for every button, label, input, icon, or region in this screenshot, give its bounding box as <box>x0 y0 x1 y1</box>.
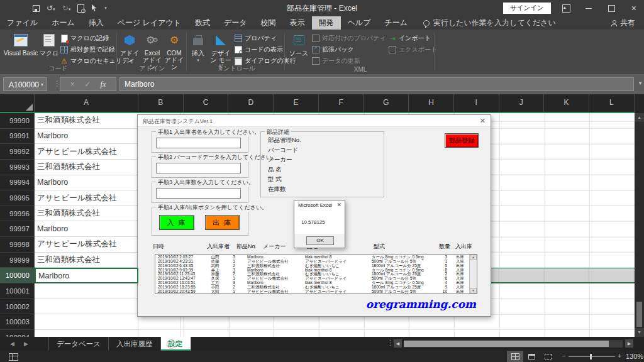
zoom-slider-thumb[interactable] <box>590 354 592 359</box>
restore-button[interactable] <box>608 5 615 12</box>
step3-input[interactable] <box>156 188 241 199</box>
list-item[interactable]: 2019/10/02 18:23:55小田2三和酒類株式会社むぎ焼酎 いいちこ1… <box>155 285 469 290</box>
column-header[interactable]: E <box>274 94 319 112</box>
formula-input[interactable]: Marlboro <box>119 77 634 91</box>
cell[interactable] <box>35 314 138 330</box>
formula-bar-expand-icon[interactable]: ▾ <box>639 80 641 86</box>
cell[interactable] <box>35 283 138 299</box>
zoom-in-icon[interactable]: + <box>618 352 621 359</box>
name-box-dropdown-icon[interactable]: ▾ <box>41 78 43 92</box>
listbox-scrollbar[interactable]: ▲ ▼ <box>469 255 477 293</box>
new-sheet-icon[interactable]: + <box>167 339 176 349</box>
cell[interactable]: Marlboro <box>35 175 138 191</box>
hscroll-left-icon[interactable]: ◀ <box>394 339 402 348</box>
cell[interactable]: 三和酒類株式会社 <box>35 253 138 268</box>
row-header[interactable]: 100002 <box>0 299 35 315</box>
ribbon-tab[interactable]: データ <box>217 16 254 30</box>
horizontal-scroll-thumb[interactable] <box>404 341 609 347</box>
column-header[interactable]: F <box>319 94 364 112</box>
tell-me-search[interactable]: 実行したい作業を入力してください <box>423 16 556 30</box>
list-item[interactable]: 2019/10/02 11:23:43加藤2三和酒類株式会社むぎ焼酎 いいちこ1… <box>155 272 469 277</box>
step2-input[interactable] <box>156 163 241 173</box>
userform-close-icon[interactable]: ✕ <box>480 117 486 125</box>
msgbox-ok-button[interactable]: OK <box>306 236 334 245</box>
macros-button[interactable]: マクロ <box>39 32 59 57</box>
normal-view-button[interactable] <box>507 351 523 362</box>
insert-control-button[interactable]: 挿入 ▾ <box>189 32 207 63</box>
row-header[interactable]: 99996 <box>0 206 35 222</box>
register-part-button[interactable]: 部品登録 <box>445 133 479 148</box>
macro-record-status-icon[interactable] <box>9 353 18 361</box>
cell[interactable]: 三和酒類株式会社 <box>35 160 138 175</box>
list-item[interactable]: 2019/10/02 9:03:39井上3Marlboroblak mentho… <box>155 268 469 273</box>
cell[interactable]: Marlboro <box>35 129 138 145</box>
msgbox-close-icon[interactable]: ✕ <box>336 202 341 208</box>
relative-references-button[interactable]: 相対参照で記録 <box>60 45 114 55</box>
ribbon-display-options-icon[interactable] <box>562 4 570 13</box>
cell[interactable]: Marlboro <box>35 221 138 237</box>
page-break-view-button[interactable] <box>540 351 556 362</box>
column-header[interactable]: K <box>544 94 589 112</box>
vertical-scrollbar[interactable]: ▲ ▼ <box>635 113 644 337</box>
zoom-slider-track[interactable] <box>569 356 615 357</box>
select-all-corner[interactable] <box>0 94 35 112</box>
sheet-tab[interactable]: データベース <box>49 337 109 351</box>
list-item[interactable]: 2019/10/02 2:03:27山田3Marlboroblak mentho… <box>155 255 469 260</box>
xml-source-button[interactable]: ソース <box>288 32 309 57</box>
row-header[interactable]: 100001 <box>0 283 35 299</box>
row-header[interactable]: 100004 <box>0 330 35 337</box>
step1-input[interactable] <box>156 138 241 148</box>
ribbon-tab[interactable]: ホーム <box>45 16 82 30</box>
cell[interactable]: アサヒビール株式会社 <box>35 190 138 206</box>
list-scroll-down-icon[interactable]: ▼ <box>470 288 477 293</box>
row-header[interactable]: 100003 <box>0 314 35 330</box>
insert-function-icon[interactable]: fx <box>101 80 106 89</box>
cell[interactable] <box>35 299 138 315</box>
scroll-down-icon[interactable]: ▼ <box>635 328 644 337</box>
sheet-tab[interactable]: 入出庫履歴 <box>109 337 161 351</box>
view-code-button[interactable]: コードの表示 <box>235 45 283 55</box>
share-button[interactable]: 共有 <box>611 16 635 30</box>
list-item[interactable]: 2019/10/02 13:43:47久保1アサヒビール株式会社アサヒスーパード… <box>155 277 469 281</box>
column-header[interactable]: B <box>138 94 184 112</box>
page-layout-view-button[interactable] <box>523 351 540 362</box>
ribbon-tab[interactable]: 校閲 <box>254 16 283 30</box>
row-header[interactable]: 99994 <box>0 175 35 191</box>
tabbar-resize-handle[interactable]: ⋮ <box>387 339 394 347</box>
column-header[interactable]: J <box>499 94 545 112</box>
ribbon-tab[interactable]: 数式 <box>188 16 217 30</box>
column-header[interactable]: H <box>409 94 454 112</box>
stock-in-button[interactable]: 入 庫 <box>159 215 194 230</box>
addins-button[interactable]: アドイン <box>119 32 140 63</box>
signin-button[interactable]: サインイン <box>503 3 551 14</box>
column-header[interactable]: D <box>228 94 274 112</box>
cell[interactable]: アサヒビール株式会社 <box>35 144 138 160</box>
list-scroll-up-icon[interactable]: ▲ <box>470 255 477 260</box>
list-item[interactable]: 2019/10/02 6:43:35武田2三和酒類株式会社むぎ焼酎 いいちこ18… <box>155 264 469 268</box>
column-header[interactable]: I <box>454 94 499 112</box>
column-header[interactable]: G <box>364 94 409 112</box>
list-item[interactable]: 2019/10/02 4:23:31佐藤1アサヒビール株式会社アサヒスーパードラ… <box>155 260 469 264</box>
horizontal-scrollbar[interactable] <box>404 340 623 348</box>
ribbon-tab[interactable]: ヘルプ <box>341 16 378 30</box>
import-button[interactable]: ⇥ インポート <box>389 33 431 43</box>
ribbon-tab[interactable]: 挿入 <box>82 16 111 30</box>
cell[interactable] <box>35 330 138 337</box>
properties-button[interactable]: プロパティ <box>235 33 277 43</box>
row-header[interactable]: 99997 <box>0 221 35 237</box>
ribbon-tab[interactable]: ページ レイアウト <box>111 16 188 30</box>
column-header[interactable]: L <box>589 94 635 112</box>
ribbon-tab[interactable]: チーム <box>377 16 414 30</box>
row-header[interactable]: 99991 <box>0 129 35 145</box>
close-button[interactable]: × <box>631 4 636 13</box>
vertical-scroll-thumb[interactable] <box>636 302 642 327</box>
row-header[interactable]: 99990 <box>0 113 35 129</box>
row-header[interactable]: 99992 <box>0 144 35 160</box>
cell[interactable]: 三和酒類株式会社 <box>35 206 138 222</box>
ribbon-tab[interactable]: 表示 <box>283 16 312 30</box>
ribbon-tab[interactable]: 開発 <box>312 16 341 30</box>
list-item[interactable]: 2019/10/02 20:43:59太田1アサヒビール株式会社アサヒスーパード… <box>155 290 469 294</box>
sheet-nav-right-icon[interactable]: ▶ <box>24 337 28 351</box>
row-header[interactable]: 99998 <box>0 237 35 253</box>
sheet-nav-left-icon[interactable]: ◀ <box>10 337 14 351</box>
